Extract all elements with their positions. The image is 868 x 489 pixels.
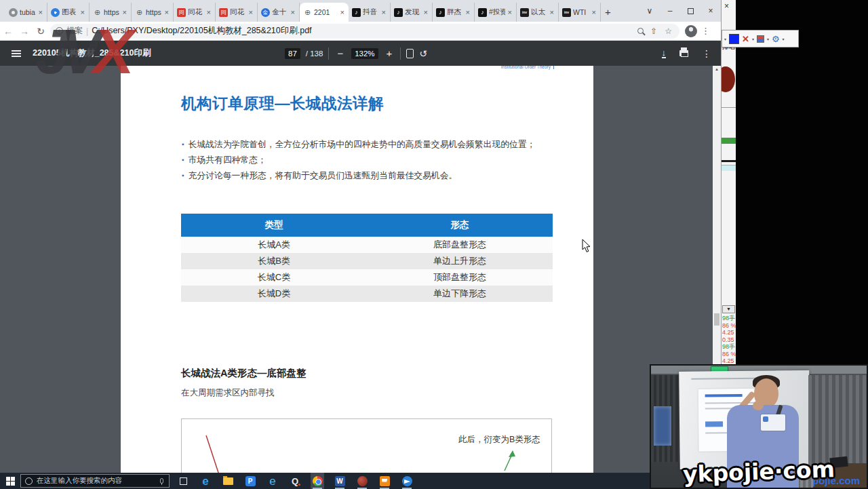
close-tab-icon[interactable]: × [340, 8, 345, 16]
close-button[interactable]: × [701, 0, 721, 22]
presenter-video-overlay[interactable]: pojie.com ykpojie·com [650, 364, 868, 489]
taskbar-pp-assistant-icon[interactable]: P [243, 473, 257, 489]
taskbar-word-icon[interactable]: W [333, 473, 347, 489]
close-tab-icon[interactable]: × [164, 8, 170, 16]
fit-page-icon[interactable] [406, 49, 414, 58]
profile-avatar[interactable] [685, 25, 697, 37]
start-button[interactable] [0, 473, 20, 489]
page-total-label: / 138 [306, 50, 323, 58]
close-tab-icon[interactable]: × [122, 8, 127, 16]
close-tab-icon[interactable]: × [465, 8, 471, 16]
taskbar-chrome-icon[interactable] [311, 473, 324, 489]
new-tab-button[interactable]: + [605, 6, 611, 18]
zoom-level[interactable]: 132% [351, 48, 378, 59]
tab-同花[interactable]: 同同花× [216, 3, 258, 22]
tab-图表[interactable]: 图表× [47, 3, 90, 22]
chevron-down-icon[interactable]: ▾ [767, 37, 769, 41]
tab-以太[interactable]: inv以太× [517, 3, 559, 22]
back-icon[interactable]: ← [0, 26, 16, 37]
tab-金十[interactable]: 金金十× [258, 3, 300, 22]
browser-menu-icon[interactable]: ⋮ [701, 26, 710, 36]
zoom-in-button[interactable]: + [384, 47, 395, 59]
microphone-icon[interactable] [160, 478, 163, 484]
investing-favicon-icon: inv [520, 8, 529, 17]
chevron-down-icon[interactable]: ▾ [783, 37, 785, 41]
bookmark-star-icon[interactable]: ☆ [663, 26, 674, 36]
tab-抖音[interactable]: ♪抖音× [349, 3, 391, 22]
download-icon[interactable]: ↓ [662, 49, 667, 58]
taskbar-shopping-cart-icon[interactable] [378, 473, 391, 489]
reload-icon[interactable]: ↻ [33, 26, 49, 37]
tab-strip: tubia×图表×⊕https×⊕https×同同花×同同花×金金十×⊕2201… [0, 0, 721, 22]
tab-WTI[interactable]: invWTI× [559, 3, 601, 22]
bullet-marker: ▪ [182, 156, 184, 163]
close-tab-icon[interactable]: × [549, 8, 555, 16]
chevron-down-icon[interactable]: ▾ [724, 37, 726, 41]
pdf-viewport[interactable]: Institutional Order Theory 机构订单原理—长城战法详解… [0, 66, 713, 473]
close-tab-icon[interactable]: × [381, 8, 387, 16]
close-icon[interactable]: × [724, 1, 729, 11]
scroll-up-icon[interactable]: ▲ [713, 67, 721, 71]
close-tab-icon[interactable]: × [423, 8, 429, 16]
tab-2201[interactable]: ⊕2201× [300, 3, 349, 22]
gear-icon[interactable]: ⚙ [772, 35, 780, 43]
search-tabs-button[interactable]: ∨ [639, 0, 660, 22]
tab-label: WTI [573, 8, 589, 16]
url-field[interactable]: i 檔案 | C:/Users/PXY/Desktop/220105机构教材_2… [50, 24, 679, 39]
print-icon[interactable] [679, 50, 688, 56]
scrollbar-thumb[interactable] [714, 313, 719, 326]
quote-value: 86 % [722, 351, 736, 358]
table-header-cell: 类型 [181, 214, 367, 237]
tiktok-favicon-icon: ♪ [436, 8, 445, 17]
rotate-icon[interactable]: ↺ [419, 48, 427, 59]
share-icon[interactable]: ⇧ [648, 26, 659, 36]
tab-#投资[interactable]: ♪#投资× [475, 3, 517, 22]
close-tab-icon[interactable]: × [38, 8, 43, 16]
tab-发现[interactable]: ♪发现× [391, 3, 433, 22]
divider [328, 47, 329, 60]
minimize-button[interactable]: – [660, 0, 680, 22]
page-info-icon[interactable]: i [56, 27, 63, 35]
dropdown-button[interactable]: ▼ [722, 305, 735, 313]
tiktok-favicon-icon: ♪ [394, 8, 403, 17]
wall-poster [654, 406, 671, 446]
globe-favicon-icon: ⊕ [303, 8, 312, 17]
close-tab-icon[interactable]: × [248, 8, 254, 16]
address-bar: ← → ↻ i 檔案 | C:/Users/PXY/Desktop/220105… [0, 22, 721, 41]
chevron-down-icon[interactable]: ▾ [752, 37, 754, 41]
forward-icon[interactable]: → [16, 26, 33, 37]
taskbar-internet-explorer-icon[interactable]: e [266, 473, 279, 489]
delete-annotation-button[interactable]: ✕ [742, 35, 749, 43]
tab-胖杰[interactable]: ♪胖杰× [433, 3, 475, 22]
tab-tubia[interactable]: tubia× [5, 3, 47, 22]
tab-https[interactable]: ⊕https× [90, 3, 132, 22]
zoom-icon[interactable] [637, 28, 644, 34]
page-number-input[interactable]: 87 [285, 48, 300, 59]
taskbar-file-explorer-icon[interactable] [221, 473, 235, 489]
taskbar-qq-icon[interactable]: Q [288, 473, 302, 489]
taskbar-tim-icon[interactable] [400, 473, 414, 489]
maximize-button[interactable] [680, 0, 701, 22]
close-tab-icon[interactable]: × [507, 8, 513, 16]
taskbar-search[interactable]: 在这里输入你要搜索的内容 [20, 474, 170, 488]
side-app-window[interactable]: × 排名 ▼ 98手86 %4.250.3598手86 %4.25 [721, 0, 736, 364]
url-text[interactable]: C:/Users/PXY/Desktop/220105机构教材_285&210印… [92, 25, 634, 37]
url-separator: | [86, 26, 88, 36]
taskbar-media-player-icon[interactable] [355, 473, 369, 489]
close-tab-icon[interactable]: × [80, 8, 85, 16]
tab-https[interactable]: ⊕https× [132, 3, 174, 22]
tab-同花[interactable]: 同同花× [174, 3, 216, 22]
color-swatch-button[interactable] [729, 34, 739, 44]
tab-label: 图表 [62, 7, 78, 17]
annotation-toolbar[interactable]: ▾ ✕ ▾ ▾ ⚙ ▾ [722, 30, 799, 47]
jin10-favicon-icon: 金 [261, 8, 270, 17]
taskbar-task-view-icon[interactable] [176, 473, 190, 489]
zoom-out-button[interactable]: − [334, 47, 346, 59]
close-tab-icon[interactable]: × [591, 8, 597, 16]
close-tab-icon[interactable]: × [290, 8, 296, 16]
close-tab-icon[interactable]: × [206, 8, 212, 16]
taskbar-edge-icon[interactable]: e [199, 473, 212, 489]
menu-icon[interactable] [12, 50, 21, 57]
pdf-menu-icon[interactable]: ⋮ [702, 48, 711, 59]
capture-tool-button[interactable] [757, 35, 764, 43]
